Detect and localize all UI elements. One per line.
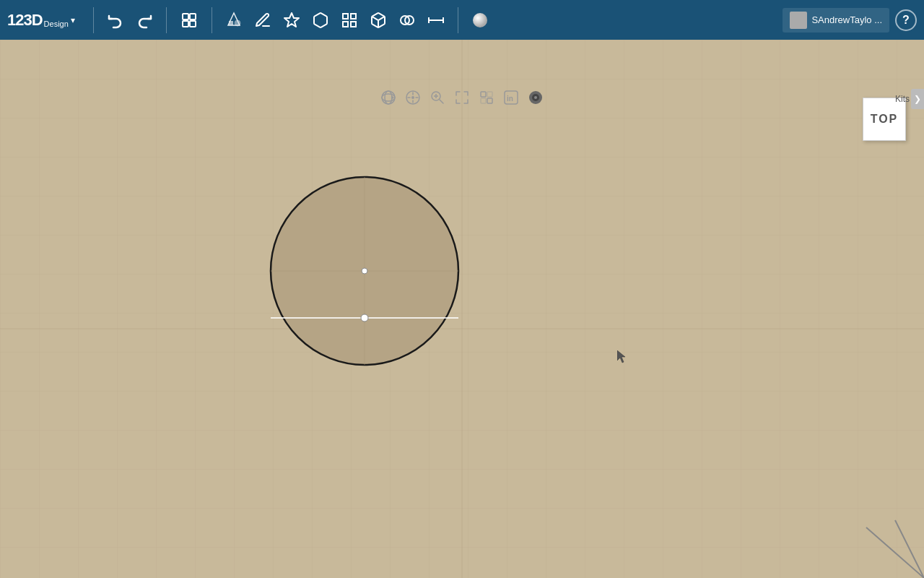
pattern-tool-button[interactable]: [336, 7, 362, 33]
orbit-view-button[interactable]: [378, 87, 399, 108]
svg-text:in: in: [507, 95, 513, 103]
group-tool-button[interactable]: [365, 7, 391, 33]
svg-rect-7: [229, 21, 233, 25]
svg-line-31: [440, 100, 443, 103]
separator-4: [458, 7, 458, 33]
transform-tool-button[interactable]: [176, 7, 202, 33]
hide-show-button[interactable]: [476, 87, 497, 108]
kits-arrow-icon: ❯: [914, 94, 921, 104]
svg-line-50: [895, 520, 924, 578]
canvas-area[interactable]: in Kits ❯ TOP: [0, 40, 924, 578]
fit-view-button[interactable]: [451, 87, 473, 108]
svg-point-25: [385, 91, 392, 104]
separator-3: [212, 7, 212, 33]
app-sub: Design: [44, 20, 69, 28]
svg-rect-34: [481, 92, 486, 97]
svg-rect-3: [190, 21, 196, 27]
svg-rect-11: [351, 14, 356, 19]
camera-view-button[interactable]: [525, 87, 546, 108]
construct-tool-button[interactable]: [279, 7, 305, 33]
svg-point-48: [361, 314, 368, 322]
circle-shape[interactable]: [267, 173, 462, 368]
linkedin-button[interactable]: in: [500, 87, 522, 108]
corner-axis-indicator: [852, 506, 924, 578]
kits-label: Kits: [895, 94, 910, 104]
grid: [0, 40, 924, 578]
top-view-label: TOP: [871, 113, 899, 126]
primitives-tool-button[interactable]: [221, 7, 247, 33]
help-icon: ?: [902, 14, 910, 27]
separator-1: [93, 7, 94, 33]
user-name-label: SAndrewTaylo ...: [811, 14, 882, 25]
svg-rect-35: [487, 92, 492, 97]
svg-rect-1: [190, 14, 196, 20]
logo-dropdown-arrow[interactable]: ▾: [71, 15, 75, 25]
svg-rect-13: [351, 22, 356, 27]
circle-svg: [267, 173, 462, 368]
separator-2: [166, 7, 167, 33]
measure-tool-button[interactable]: [423, 7, 449, 33]
svg-marker-9: [284, 13, 299, 27]
svg-rect-2: [183, 21, 188, 27]
svg-point-8: [235, 20, 240, 26]
logo-area: 123D Design ▾: [7, 11, 75, 30]
user-avatar: [790, 12, 807, 29]
help-button[interactable]: ?: [895, 9, 917, 31]
secondary-toolbar: in: [378, 87, 546, 108]
sketch-tool-button[interactable]: [250, 7, 276, 33]
svg-point-20: [473, 13, 487, 27]
svg-point-42: [534, 96, 537, 99]
combine-tool-button[interactable]: [394, 7, 420, 33]
app-logo: 123D: [7, 11, 43, 30]
pan-view-button[interactable]: [402, 87, 424, 108]
topbar: 123D Design ▾: [0, 0, 924, 40]
svg-point-29: [411, 96, 414, 99]
svg-rect-10: [343, 14, 348, 19]
modify-tool-button[interactable]: [308, 7, 334, 33]
svg-line-49: [866, 527, 924, 578]
user-account-button[interactable]: SAndrewTaylo ...: [783, 8, 889, 33]
svg-rect-36: [481, 98, 486, 103]
zoom-view-button[interactable]: [427, 87, 448, 108]
svg-rect-12: [343, 22, 348, 27]
svg-rect-0: [183, 14, 188, 20]
redo-button[interactable]: [131, 7, 157, 33]
kits-toggle[interactable]: Kits ❯: [895, 89, 924, 109]
svg-rect-37: [487, 98, 492, 103]
svg-point-47: [362, 268, 367, 274]
material-button[interactable]: [467, 7, 493, 33]
undo-button[interactable]: [103, 7, 128, 33]
topbar-right: SAndrewTaylo ... ?: [783, 8, 917, 33]
kits-arrow[interactable]: ❯: [911, 89, 924, 109]
